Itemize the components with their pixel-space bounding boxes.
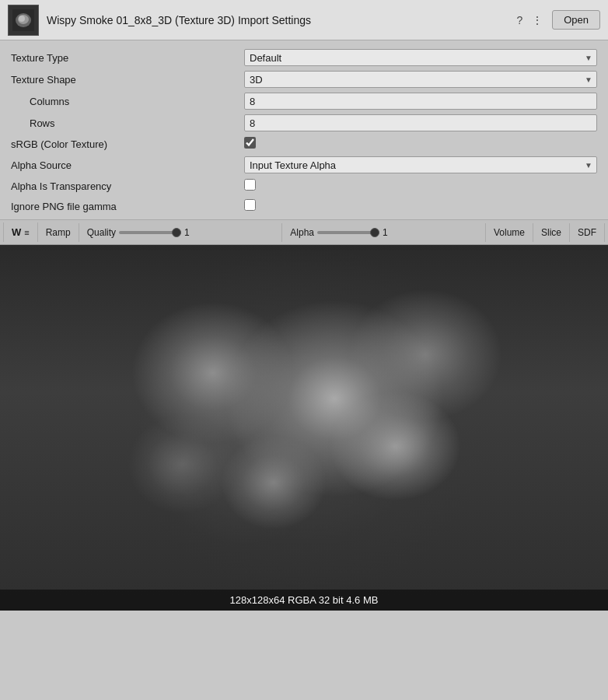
preview-area: 128x128x64 RGBA 32 bit 4.6 MB <box>0 245 608 611</box>
alpha-slider[interactable] <box>317 231 379 234</box>
smoke-preview <box>0 245 608 611</box>
select-wrapper-texture-shape[interactable]: 2DCube2D Array3D▼ <box>244 71 597 88</box>
alpha-label: Alpha <box>290 227 314 238</box>
field-row-texture-shape: Texture Shape2DCube2D Array3D▼ <box>0 68 608 90</box>
window-title: Wispy Smoke 01_8x8_3D (Texture 3D) Impor… <box>47 14 507 26</box>
title-bar: Wispy Smoke 01_8x8_3D (Texture 3D) Impor… <box>0 0 608 40</box>
texture-icon <box>8 5 39 36</box>
label-rows: Rows <box>11 117 244 129</box>
volume-label: Volume <box>494 227 525 238</box>
tab-slice[interactable]: Slice <box>533 223 570 242</box>
select-alpha-source[interactable]: NoneInput Texture AlphaFrom Gray Scale <box>244 156 597 173</box>
label-texture-shape: Texture Shape <box>11 74 244 86</box>
input-columns[interactable] <box>244 93 597 110</box>
quality-value: 1 <box>184 227 194 238</box>
value-columns[interactable] <box>244 93 597 110</box>
value-texture-type[interactable]: DefaultNormal mapEditor GUI and Legacy G… <box>244 49 597 66</box>
value-srgb[interactable] <box>244 137 597 151</box>
quality-slider[interactable] <box>119 231 181 234</box>
value-texture-shape[interactable]: 2DCube2D Array3D▼ <box>244 71 597 88</box>
select-wrapper-texture-type[interactable]: DefaultNormal mapEditor GUI and Legacy G… <box>244 49 597 66</box>
tab-ramp[interactable]: Ramp <box>38 223 79 242</box>
label-columns: Columns <box>11 96 244 107</box>
value-ignore-png-gamma[interactable] <box>244 199 597 213</box>
tab-bar: W≡RampQuality1Alpha1VolumeSliceSDF <box>0 220 608 245</box>
tab-volume[interactable]: Volume <box>486 223 533 242</box>
settings-panel: Texture TypeDefaultNormal mapEditor GUI … <box>0 40 608 220</box>
sdf-label: SDF <box>578 227 596 238</box>
field-row-alpha-transparency: Alpha Is Transparency <box>0 176 608 196</box>
select-wrapper-alpha-source[interactable]: NoneInput Texture AlphaFrom Gray Scale▼ <box>244 156 597 173</box>
select-texture-shape[interactable]: 2DCube2D Array3D <box>244 71 597 88</box>
label-ignore-png-gamma: Ignore PNG file gamma <box>11 201 244 212</box>
value-rows[interactable] <box>244 114 597 131</box>
label-texture-type: Texture Type <box>11 52 244 64</box>
label-alpha-source: Alpha Source <box>11 159 244 171</box>
field-row-columns: Columns <box>0 90 608 112</box>
checkbox-ignore-png-gamma[interactable] <box>244 199 256 211</box>
label-alpha-transparency: Alpha Is Transparency <box>11 180 244 192</box>
tab-w[interactable]: W≡ <box>3 222 38 242</box>
field-row-srgb: sRGB (Color Texture) <box>0 134 608 154</box>
quality-section: Quality1 <box>79 223 283 242</box>
lines-icon: ≡ <box>24 228 29 237</box>
field-row-rows: Rows <box>0 112 608 134</box>
tab-sdf[interactable]: SDF <box>570 223 605 242</box>
status-text: 128x128x64 RGBA 32 bit 4.6 MB <box>230 594 379 606</box>
alpha-value: 1 <box>383 227 392 238</box>
status-bar: 128x128x64 RGBA 32 bit 4.6 MB <box>0 590 608 611</box>
field-row-alpha-source: Alpha SourceNoneInput Texture AlphaFrom … <box>0 154 608 176</box>
quality-label: Quality <box>87 227 116 238</box>
help-icon-button[interactable]: ? <box>515 12 524 28</box>
input-rows[interactable] <box>244 114 597 131</box>
title-icons: ? ⋮ <box>515 12 544 28</box>
menu-icon-button[interactable]: ⋮ <box>530 12 544 28</box>
w-icon: W <box>12 226 21 238</box>
svg-point-3 <box>19 16 25 22</box>
alpha-section: Alpha1 <box>282 223 486 242</box>
ramp-label: Ramp <box>46 227 71 238</box>
value-alpha-transparency[interactable] <box>244 179 597 193</box>
checkbox-srgb[interactable] <box>244 137 256 149</box>
open-button[interactable]: Open <box>552 10 600 30</box>
select-texture-type[interactable]: DefaultNormal mapEditor GUI and Legacy G… <box>244 49 597 66</box>
value-alpha-source[interactable]: NoneInput Texture AlphaFrom Gray Scale▼ <box>244 156 597 173</box>
label-srgb: sRGB (Color Texture) <box>11 138 244 150</box>
checkbox-alpha-transparency[interactable] <box>244 179 256 191</box>
field-row-texture-type: Texture TypeDefaultNormal mapEditor GUI … <box>0 47 608 68</box>
slice-label: Slice <box>541 227 561 238</box>
field-row-ignore-png-gamma: Ignore PNG file gamma <box>0 196 608 216</box>
